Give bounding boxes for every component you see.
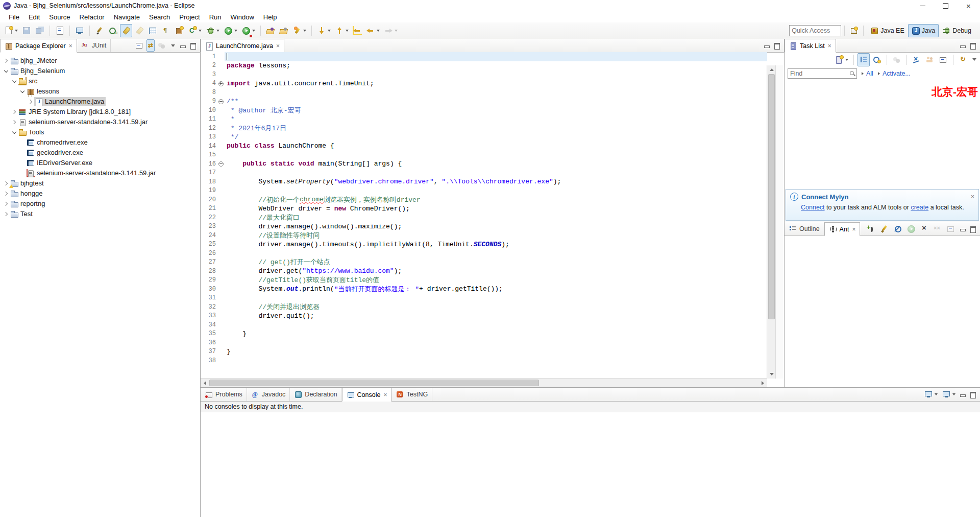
code-line-30[interactable]: 30 System.out.println("当前打开页面的标题是： "+ dr… xyxy=(201,285,767,294)
fold-expand-icon[interactable] xyxy=(218,81,224,86)
collapse-all-button[interactable] xyxy=(937,53,949,66)
code-line-23[interactable]: 23 driver.manage().window().maximize(); xyxy=(201,222,767,231)
tree-item-bjhgtest[interactable]: bjhgtest xyxy=(0,178,200,189)
profile-button[interactable] xyxy=(240,24,257,37)
focus-on-workweek-button[interactable] xyxy=(891,53,903,66)
new-task-button[interactable] xyxy=(833,53,850,66)
add-buildfile-button[interactable] xyxy=(865,223,877,235)
mylyn-link-connect[interactable]: Connect xyxy=(801,204,825,211)
scheduled-view-button[interactable] xyxy=(871,53,883,66)
code-line-3[interactable]: 3 xyxy=(201,70,767,79)
code-editor[interactable]: 12package lessons;34import java.util.con… xyxy=(201,52,767,379)
minimize-view-button[interactable] xyxy=(959,225,966,232)
view-tab-declaration[interactable]: Declaration xyxy=(290,388,341,401)
view-tab-console[interactable]: Console× xyxy=(342,388,392,402)
code-line-12[interactable]: 12 * 2021年6月17日 xyxy=(201,124,767,133)
save-all-button[interactable] xyxy=(34,24,46,37)
code-line-19[interactable]: 19 xyxy=(201,186,767,196)
close-tab-icon[interactable]: × xyxy=(276,42,280,50)
run-button[interactable] xyxy=(222,24,239,37)
filter-completed-button[interactable] xyxy=(911,53,923,66)
binary-file-button[interactable] xyxy=(54,24,66,37)
tree-item-reportng[interactable]: reportng xyxy=(0,199,200,209)
expand-arrow-icon[interactable] xyxy=(2,180,10,187)
tree-item-bjhg-selenium[interactable]: Bjhg_Selenium xyxy=(0,66,200,76)
code-line-1[interactable]: 1 xyxy=(201,52,767,61)
view-tab-problems[interactable]: Problems xyxy=(201,388,247,401)
expand-arrow-icon[interactable] xyxy=(2,190,10,198)
menu-run[interactable]: Run xyxy=(205,12,226,22)
table-button[interactable] xyxy=(146,24,159,37)
expand-arrow-icon[interactable] xyxy=(10,108,18,116)
tree-item-src[interactable]: src xyxy=(0,76,200,86)
view-tab-ant[interactable]: Ant× xyxy=(824,222,861,236)
menu-navigate[interactable]: Navigate xyxy=(109,12,144,22)
expand-arrow-icon[interactable] xyxy=(2,200,10,208)
maximize-view-button[interactable] xyxy=(969,391,976,398)
focus-on-active-task-button[interactable] xyxy=(156,39,168,52)
view-tab-outline[interactable]: Outline xyxy=(785,222,824,236)
open-type-button[interactable] xyxy=(264,24,277,37)
tree-item-iedriverserver-exe[interactable]: IEDriverServer.exe xyxy=(0,158,200,168)
perspective-debug[interactable]: Debug xyxy=(939,24,975,37)
code-line-22[interactable]: 22 //最大化窗口 xyxy=(201,213,767,222)
code-line-38[interactable]: 38 xyxy=(201,356,767,365)
tree-item-hongge[interactable]: hongge xyxy=(0,189,200,199)
maximize-view-button[interactable] xyxy=(969,225,976,232)
maximize-view-button[interactable] xyxy=(969,42,976,49)
code-line-24[interactable]: 24 //设置隐性等待时间 xyxy=(201,231,767,240)
code-line-14[interactable]: 14public class LaunchChrome { xyxy=(201,142,767,151)
quick-access-input[interactable] xyxy=(789,25,841,36)
minimize-editor-button[interactable] xyxy=(763,42,770,49)
menu-edit[interactable]: Edit xyxy=(24,12,44,22)
code-line-26[interactable]: 26 xyxy=(201,249,767,258)
code-line-9[interactable]: 9/** xyxy=(201,97,767,106)
tree-item-chromedriver-exe[interactable]: chromedriver.exe xyxy=(0,137,200,148)
close-window-button[interactable]: × xyxy=(957,0,980,11)
code-line-20[interactable]: 20 //初始化一个chrome浏览器实例，实例名称叫driver xyxy=(201,195,767,204)
task-list-link-all[interactable]: All xyxy=(866,70,873,77)
view-tab-testng[interactable]: TestNG xyxy=(391,388,432,401)
run-target-button[interactable] xyxy=(905,223,917,235)
previous-annotation-button[interactable] xyxy=(333,24,350,37)
menu-project[interactable]: Project xyxy=(175,12,204,22)
minimize-view-button[interactable] xyxy=(959,42,966,49)
tree-item-tools[interactable]: Tools xyxy=(0,127,200,137)
collapse-arrow-icon[interactable] xyxy=(2,67,10,75)
open-resource-button[interactable] xyxy=(278,24,290,37)
code-line-25[interactable]: 25 driver.manage().timeouts().implicitly… xyxy=(201,240,767,249)
mark-occurrences-button[interactable] xyxy=(120,24,132,37)
collapse-arrow-icon[interactable] xyxy=(18,88,26,96)
debug-button[interactable] xyxy=(204,24,221,37)
code-line-29[interactable]: 29 //getTitle()获取当前页面title的值 xyxy=(201,276,767,285)
code-line-35[interactable]: 35 } xyxy=(201,330,767,339)
open-perspective-button[interactable] xyxy=(848,24,860,37)
view-menu-icon[interactable] xyxy=(972,58,976,61)
close-notification-icon[interactable]: × xyxy=(971,193,974,200)
tree-item-selenium-server-standalone-3-141-59-jar[interactable]: selenium-server-standalone-3.141.59.jar xyxy=(0,168,200,178)
remove-button[interactable] xyxy=(918,223,930,235)
code-line-8[interactable]: 8 xyxy=(201,88,767,97)
code-line-28[interactable]: 28 driver.get("https://www.baidu.com"); xyxy=(201,267,767,276)
new-wizard-button[interactable] xyxy=(3,24,19,37)
code-line-27[interactable]: 27 // get()打开一个站点 xyxy=(201,258,767,267)
view-tab-package-explorer[interactable]: Package Explorer× xyxy=(0,39,77,53)
editor-vertical-scrollbar[interactable] xyxy=(767,65,776,379)
collapse-all-button[interactable] xyxy=(945,223,957,235)
code-line-15[interactable]: 15 xyxy=(201,151,767,160)
menu-search[interactable]: Search xyxy=(144,12,175,22)
view-tab-javadoc[interactable]: Javadoc xyxy=(247,388,290,401)
next-annotation-button[interactable] xyxy=(315,24,332,37)
editor-tab-launchchrome[interactable]: LaunchChrome.java × xyxy=(201,39,284,53)
expand-arrow-icon[interactable] xyxy=(2,57,10,65)
search-torch-button[interactable] xyxy=(291,24,308,37)
code-line-34[interactable]: 34 xyxy=(201,320,767,330)
code-line-16[interactable]: 16 public static void main(String[] args… xyxy=(201,159,767,169)
maximize-view-button[interactable] xyxy=(189,42,197,49)
view-menu-icon[interactable] xyxy=(171,44,175,47)
code-line-37[interactable]: 37} xyxy=(201,347,767,357)
menu-source[interactable]: Source xyxy=(44,12,75,22)
collapse-arrow-icon[interactable] xyxy=(10,78,18,85)
tree-item-jre-system-library-jdk1-8-0-181-[interactable]: JRE System Library [jdk1.8.0_181] xyxy=(0,107,200,117)
expand-arrow-icon[interactable] xyxy=(2,210,10,218)
